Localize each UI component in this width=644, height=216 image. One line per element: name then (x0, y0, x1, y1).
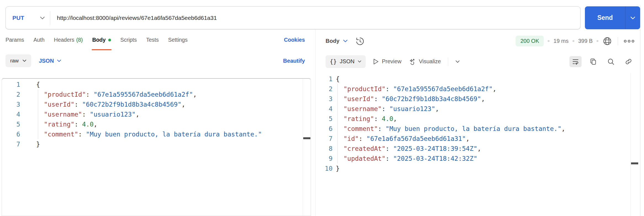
visualize-button[interactable]: Visualize (409, 58, 441, 65)
response-toolbar: {} JSON Preview (316, 52, 644, 70)
method-select[interactable]: PUT (6, 7, 50, 29)
response-history-icon[interactable] (355, 36, 365, 46)
language-select[interactable]: JSON (39, 58, 61, 64)
indent-guide (337, 84, 338, 164)
chevron-down-icon (358, 60, 361, 63)
request-panel: Params Auth Headers (8) Body Scripts Tes… (0, 30, 316, 216)
network-globe-icon[interactable] (602, 36, 612, 46)
code-line: 2 "productId": "67e1a595567da5eeb6d61a2f… (2, 89, 311, 99)
sparkle-wand-icon (409, 58, 416, 65)
link-icon[interactable] (622, 56, 635, 67)
cookies-link[interactable]: Cookies (284, 37, 305, 43)
code-line: 4 "username": "usuario123", (2, 109, 311, 119)
send-options-button[interactable] (625, 6, 640, 29)
code-line: 1{ (2, 80, 311, 89)
response-meta: 200 OK 19 ms 399 B (516, 36, 635, 46)
meta-divider (618, 37, 618, 45)
response-view-select[interactable]: Body (326, 38, 348, 44)
body-type-select[interactable]: raw (6, 54, 31, 67)
request-code: 1{2 "productId": "67e1a595567da5eeb6d61a… (2, 79, 311, 149)
chevron-down-icon (57, 59, 61, 62)
tab-headers[interactable]: Headers (8) (54, 30, 83, 50)
window-scrollbar[interactable] (640, 6, 640, 216)
code-line: 5 "rating": 4.0, (316, 114, 638, 124)
workspace-split: Params Auth Headers (8) Body Scripts Tes… (0, 30, 644, 216)
request-bar: PUT Send (0, 0, 644, 30)
status-badge: 200 OK (516, 36, 544, 46)
tab-body[interactable]: Body (92, 30, 111, 50)
code-line: 4 "username": "usuario123", (316, 104, 638, 114)
url-input[interactable] (50, 15, 580, 21)
line-number: 8 (316, 144, 332, 154)
response-time: 19 ms (553, 38, 568, 44)
line-number: 5 (2, 119, 20, 129)
indent-guide (38, 89, 38, 139)
response-format-select[interactable]: {} JSON (326, 55, 366, 68)
scrollbar-thumb[interactable] (631, 162, 638, 164)
line-number: 1 (316, 74, 332, 84)
url-container: PUT (6, 6, 580, 29)
chevron-down-icon (40, 16, 45, 20)
tab-settings[interactable]: Settings (168, 30, 188, 50)
line-number: 2 (2, 89, 20, 99)
scrollbar-thumb[interactable] (303, 137, 310, 139)
toolbar-divider (448, 57, 448, 66)
method-label: PUT (12, 15, 24, 21)
preview-button[interactable]: Preview (373, 58, 402, 65)
tab-scripts[interactable]: Scripts (120, 30, 137, 50)
response-size: 399 B (578, 38, 593, 44)
chevron-down-icon (22, 59, 27, 62)
copy-icon[interactable] (587, 56, 599, 67)
headers-count-badge: (8) (76, 37, 83, 43)
code-line: 9 "updatedAt": "2025-03-24T18:42:32Z" (316, 154, 638, 164)
more-options-button[interactable] (624, 39, 635, 43)
tab-tests[interactable]: Tests (146, 30, 159, 50)
body-modified-dot (108, 39, 111, 41)
code-line: 8 "createdAt": "2025-03-24T18:39:54Z", (316, 144, 638, 154)
line-number: 7 (316, 134, 332, 144)
separator-dot (548, 40, 550, 42)
code-line: 7} (2, 139, 311, 149)
line-number: 6 (2, 129, 20, 139)
code-line: 10} (316, 164, 638, 173)
search-icon[interactable] (605, 56, 617, 67)
response-body-viewer[interactable]: 1{2 "productId": "67e1a595567da5eeb6d61a… (316, 73, 638, 216)
request-editor-scrollbar[interactable] (303, 79, 311, 216)
visualize-options-chevron[interactable] (455, 60, 460, 63)
tab-params[interactable]: Params (6, 30, 24, 50)
response-panel: Body 200 OK 19 ms 399 B (316, 30, 644, 216)
line-number: 2 (316, 84, 332, 94)
response-editor-scrollbar[interactable] (630, 73, 638, 216)
line-number: 10 (316, 164, 332, 173)
request-body-editor[interactable]: 1{2 "productId": "67e1a595567da5eeb6d61a… (2, 78, 311, 216)
separator-dot (572, 40, 574, 42)
separator-dot (597, 40, 598, 42)
active-tab-underline (92, 49, 112, 50)
code-line: 2 "productId": "67e1a595567da5eeb6d61a2f… (316, 84, 638, 94)
line-number: 4 (316, 104, 332, 114)
line-number: 5 (316, 114, 332, 124)
line-number: 9 (316, 154, 332, 164)
wrap-text-button[interactable] (569, 56, 582, 67)
code-line: 5 "rating": 4.0, (2, 119, 311, 129)
code-line: 7 "id": "67e1a6fa567da5eeb6d61a31", (316, 134, 638, 144)
request-tabs: Params Auth Headers (8) Body Scripts Tes… (0, 30, 315, 50)
chevron-down-icon (343, 39, 348, 43)
tab-auth[interactable]: Auth (33, 30, 44, 50)
beautify-button[interactable]: Beautify (283, 58, 305, 64)
code-line: 6 "comment": "Muy buen producto, la bate… (316, 124, 638, 134)
send-label[interactable]: Send (585, 6, 625, 29)
code-line: 3 "userId": "60c72b2f9b1d8b3a4c8b4569", (316, 94, 638, 104)
code-line: 6 "comment": "Muy buen producto, la bate… (2, 129, 311, 139)
body-format-toolbar: raw JSON Beautify (0, 50, 315, 71)
code-line: 3 "userId": "60c72b2f9b1d8b3a4c8b4569", (2, 99, 311, 109)
response-actions (569, 56, 635, 67)
line-number: 4 (2, 109, 20, 119)
line-number: 7 (2, 139, 20, 149)
play-icon (373, 58, 379, 65)
code-line: 1{ (316, 74, 638, 84)
response-header: Body 200 OK 19 ms 399 B (316, 30, 644, 52)
line-number: 1 (2, 80, 20, 89)
line-number: 6 (316, 124, 332, 134)
send-button[interactable]: Send (585, 6, 640, 29)
